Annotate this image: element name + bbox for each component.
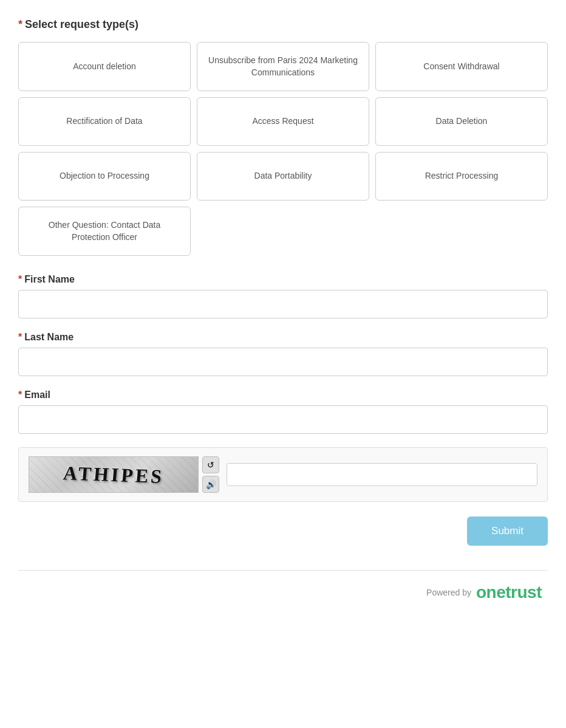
captcha-input[interactable] (227, 463, 537, 486)
btn-access-request[interactable]: Access Request (197, 97, 369, 146)
btn-objection[interactable]: Objection to Processing (18, 152, 191, 201)
required-star-firstname: * (18, 274, 22, 285)
btn-rectification[interactable]: Rectification of Data (18, 97, 191, 146)
captcha-container: ATHIPES ↺ 🔊 (18, 447, 548, 502)
email-input[interactable] (18, 405, 548, 434)
footer-divider (18, 570, 548, 571)
btn-other-question[interactable]: Other Question: Contact Data Protection … (18, 207, 191, 256)
submit-button[interactable]: Submit (467, 517, 548, 546)
btn-consent-withdrawal[interactable]: Consent Withdrawal (375, 42, 548, 91)
email-section: * Email (18, 390, 548, 434)
btn-data-portability[interactable]: Data Portability (197, 152, 369, 201)
btn-unsubscribe[interactable]: Unsubscribe from Paris 2024 Marketing Co… (197, 42, 369, 91)
powered-by-text: Powered by (426, 588, 471, 597)
last-name-input[interactable] (18, 348, 548, 376)
last-name-label: * Last Name (18, 332, 548, 343)
request-type-grid: Account deletion Unsubscribe from Paris … (18, 42, 548, 256)
required-star-email: * (18, 390, 22, 400)
last-name-section: * Last Name (18, 332, 548, 376)
first-name-label: * First Name (18, 274, 548, 285)
btn-account-deletion[interactable]: Account deletion (18, 42, 191, 91)
captcha-audio-btn[interactable]: 🔊 (202, 476, 219, 493)
first-name-input[interactable] (18, 290, 548, 318)
submit-row: Submit (18, 517, 548, 546)
captcha-image: ATHIPES (29, 456, 199, 493)
btn-restrict-processing[interactable]: Restrict Processing (375, 152, 548, 201)
first-name-section: * First Name (18, 274, 548, 318)
required-star-lastname: * (18, 332, 22, 343)
captcha-refresh-btn[interactable]: ↺ (202, 456, 219, 473)
captcha-image-area: ATHIPES ↺ 🔊 (29, 456, 219, 493)
required-star-request: * (18, 18, 22, 31)
select-request-label: * Select request type(s) (18, 18, 548, 31)
onetrust-brand: onetrust (476, 583, 542, 602)
footer: Powered by onetrust (18, 583, 548, 602)
email-label: * Email (18, 390, 548, 400)
btn-data-deletion[interactable]: Data Deletion (375, 97, 548, 146)
captcha-controls: ↺ 🔊 (202, 456, 219, 493)
select-request-text: Select request type(s) (25, 18, 138, 31)
